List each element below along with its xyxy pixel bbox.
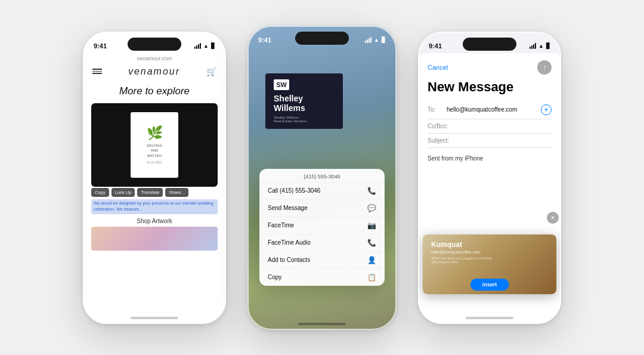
add-contacts-label: Add to Contacts: [268, 257, 310, 263]
signal-icon-3: [530, 43, 536, 49]
wedding-card: 🌿 DELFINA AND MATTEO 02.21.2021: [131, 112, 178, 178]
phone-1-text-block: We would be delighted by your presence a…: [91, 199, 218, 214]
phone-1-address-bar: venamour.com: [83, 54, 226, 63]
facetime-icon: 📷: [367, 221, 376, 230]
phone-2-time: 9:41: [258, 36, 271, 44]
popup-header: (415) 555-3046: [259, 169, 385, 183]
phone-1-screen: 9:41 ▲ ▊ venamour.com: [83, 32, 226, 324]
call-label: Call (415) 555-3046: [268, 187, 320, 194]
subject-label: Subject:: [428, 137, 449, 144]
sign-logo: SW: [274, 79, 289, 90]
phone-3-notch: [463, 38, 516, 51]
wifi-icon: ▲: [203, 43, 209, 49]
facetime-audio-label: FaceTime Audio: [268, 239, 311, 246]
battery-icon-3: ▊: [546, 43, 550, 49]
phone-2-notch: [295, 32, 349, 45]
share-btn[interactable]: Share...: [165, 188, 188, 197]
phone-3-status-icons: ▲ ▊: [530, 43, 550, 49]
message-icon: 💬: [367, 204, 376, 212]
signal-icon-2: [365, 37, 371, 43]
copy-label: Copy: [268, 274, 281, 280]
cart-icon[interactable]: 🛒: [206, 67, 216, 76]
wifi-icon-3: ▲: [538, 43, 544, 49]
phone-2-status-icons: ▲ ▊: [365, 37, 386, 43]
message-label: Send Message: [268, 205, 308, 211]
popup-call[interactable]: Call (415) 555-3046 📞: [259, 183, 385, 200]
business-card-overlay: × Kumquat hello@kumquatcoffee.com 4806 Y…: [423, 217, 556, 294]
phone-2-home-indicator: [298, 323, 346, 325]
phone-1-status-icons: ▲ ▊: [194, 43, 215, 49]
to-value: hello@kumquatcoffee.com: [447, 106, 541, 113]
insert-button[interactable]: insert: [470, 279, 509, 291]
email-subject-field[interactable]: Subject:: [428, 134, 552, 148]
call-icon: 📞: [367, 187, 376, 195]
cancel-button[interactable]: Cancel: [428, 64, 448, 71]
phone-1-heading: More to explore: [83, 85, 226, 97]
wifi-icon-2: ▲: [374, 37, 379, 43]
wedding-names: DELFINA AND MATTEO: [147, 143, 162, 158]
biz-card-name: Kumquat: [431, 240, 548, 249]
battery-icon: ▊: [211, 43, 215, 49]
email-compose-title: New Message: [428, 79, 552, 95]
add-recipient-button[interactable]: +: [541, 104, 552, 115]
phone-3: 9:41 ▲ ▊ Cancel ↑: [418, 32, 561, 324]
phone-1-time: 9:41: [94, 42, 107, 50]
copy-btn[interactable]: Copy: [91, 188, 109, 197]
phone-3-screen: 9:41 ▲ ▊ Cancel ↑: [418, 32, 561, 324]
email-top-row: Cancel ↑: [428, 60, 552, 75]
translate-btn[interactable]: Translate: [137, 188, 163, 197]
phone-1-nav: venamour 🛒: [83, 63, 226, 81]
email-to-field[interactable]: To: hello@kumquatcoffee.com +: [428, 101, 552, 119]
popup-facetime-audio[interactable]: FaceTime Audio 📞: [259, 234, 385, 252]
add-contacts-icon: 👤: [367, 256, 376, 264]
phone-2-screen: 9:41 ▲ ▊ SW ShelleyWillems: [247, 26, 397, 330]
biz-card-email: hello@kumquatcoffee.com: [431, 250, 548, 254]
phone-1: 9:41 ▲ ▊ venamour.com: [83, 32, 226, 324]
facetime-label: FaceTime: [268, 222, 294, 229]
popup-add-contacts[interactable]: Add to Contacts 👤: [259, 252, 385, 269]
sign-agent-name: ShelleyWillems: [274, 94, 335, 114]
phone-1-notch: [128, 38, 181, 51]
phone-1-context-menu: Copy Look Up Translate Share...: [83, 188, 226, 197]
wedding-date: 02.21.2021: [147, 160, 162, 164]
phone-3-home-indicator: [466, 317, 513, 319]
hamburger-menu-icon[interactable]: [92, 67, 102, 75]
email-cc-field[interactable]: Cc/Bcc:: [428, 119, 552, 134]
sign-subtitle: Shelley WillemsReal Estate Services: [274, 116, 335, 123]
shop-artwork-label: Shop Artwork: [83, 218, 226, 224]
phone-1-home-indicator: [131, 317, 178, 319]
popup-message[interactable]: Send Message 💬: [259, 200, 385, 217]
phone-1-bottom-image: [91, 227, 218, 251]
phone-2: 9:41 ▲ ▊ SW ShelleyWillems: [247, 26, 397, 330]
cc-label: Cc/Bcc:: [428, 123, 448, 129]
scene: 9:41 ▲ ▊ venamour.com: [83, 26, 561, 330]
copy-icon: 📋: [367, 273, 376, 282]
phone-3-time: 9:41: [429, 42, 442, 50]
send-button[interactable]: ↑: [537, 60, 552, 75]
signal-icon: [194, 43, 201, 49]
to-label: To:: [428, 106, 443, 113]
facetime-audio-icon: 📞: [367, 239, 376, 247]
phone-1-card-area: 🌿 DELFINA AND MATTEO 02.21.2021: [91, 103, 218, 187]
close-overlay-button[interactable]: ×: [547, 212, 559, 224]
popup-copy[interactable]: Copy 📋: [259, 269, 385, 286]
popup-facetime[interactable]: FaceTime 📷: [259, 217, 385, 234]
real-estate-sign: SW ShelleyWillems Shelley WillemsReal Es…: [265, 73, 343, 129]
lookup-btn[interactable]: Look Up: [112, 188, 135, 197]
biz-card-address: 4806 York Blvd Los Angeles CA 90042@kumq…: [431, 257, 548, 264]
phone-number-popup: (415) 555-3046 Call (415) 555-3046 📞 Sen…: [259, 169, 385, 286]
battery-icon-2: ▊: [382, 37, 386, 43]
leaves-icon: 🌿: [147, 125, 163, 141]
brand-logo: venamour: [128, 66, 180, 77]
